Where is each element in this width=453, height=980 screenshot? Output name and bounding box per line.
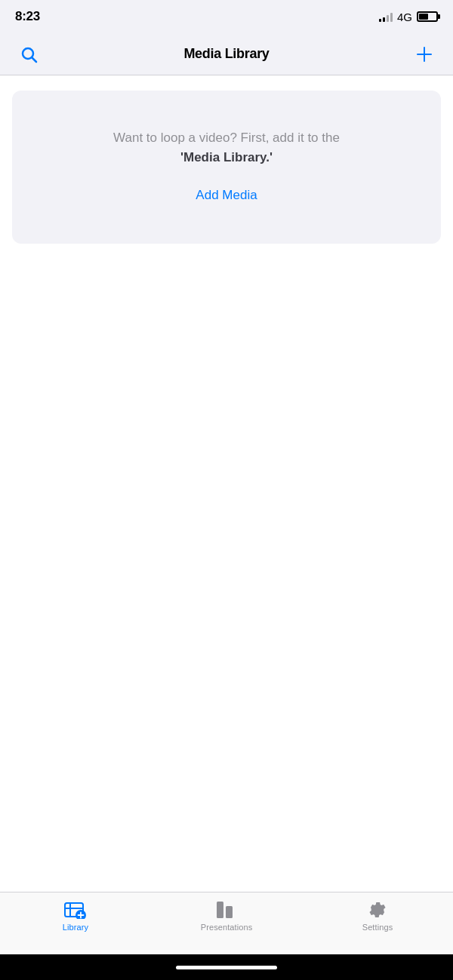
tab-settings-label: Settings: [362, 923, 393, 932]
svg-rect-10: [217, 902, 223, 918]
settings-gear-icon: [366, 900, 389, 920]
tab-library[interactable]: Library: [0, 899, 151, 932]
presentations-icon: [215, 900, 238, 920]
battery-icon: [417, 11, 438, 22]
add-button[interactable]: [411, 41, 438, 68]
tab-library-label: Library: [63, 923, 88, 932]
tab-presentations[interactable]: Presentations: [151, 899, 302, 932]
empty-state-card: Want to loop a video? First, add it to t…: [12, 91, 441, 244]
main-content: Want to loop a video? First, add it to t…: [0, 75, 453, 892]
status-bar: 8:23 4G: [0, 0, 453, 33]
tab-bar: Library Presentations Settings: [0, 892, 453, 954]
add-media-button[interactable]: Add Media: [196, 185, 257, 206]
status-time: 8:23: [15, 9, 40, 24]
home-indicator: [0, 954, 453, 980]
library-icon: [64, 900, 87, 920]
tab-settings[interactable]: Settings: [302, 899, 453, 932]
empty-state-message: Want to loop a video? First, add it to t…: [106, 128, 347, 167]
empty-state-highlight: 'Media Library.': [180, 150, 273, 164]
tab-presentations-label: Presentations: [201, 923, 253, 932]
status-icons: 4G: [379, 11, 438, 23]
nav-bar: Media Library: [0, 33, 453, 75]
page-title: Media Library: [183, 46, 269, 62]
network-label: 4G: [397, 11, 412, 23]
search-icon[interactable]: [15, 41, 42, 68]
svg-rect-11: [226, 906, 233, 918]
svg-line-1: [32, 57, 37, 62]
home-indicator-bar: [176, 966, 277, 969]
signal-bars-icon: [379, 11, 393, 22]
